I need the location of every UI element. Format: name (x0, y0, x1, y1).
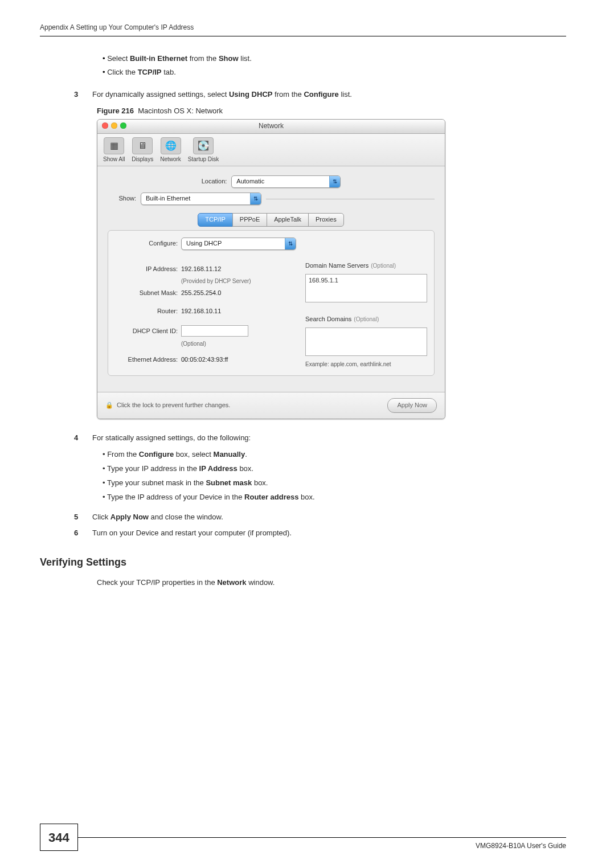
text-bold: Router address (244, 493, 298, 501)
show-select[interactable]: Built-in Ethernet ⇅ (141, 193, 261, 205)
tab-bar: TCP/IP PPPoE AppleTalk Proxies (108, 213, 435, 227)
figure-label: Figure 216 (97, 107, 134, 115)
toolbar-show-all[interactable]: ▦ Show All (103, 137, 125, 164)
figure-caption: Figure 216 Macintosh OS X: Network (97, 106, 566, 117)
text: Search Domains (305, 316, 351, 322)
close-button[interactable] (102, 122, 108, 129)
minimize-button[interactable] (111, 122, 117, 129)
dns-servers-field[interactable]: 168.95.1.1 (305, 274, 427, 302)
text: Click (92, 513, 110, 521)
intro-bullet-1: Select Built-in Ethernet from the Show l… (103, 54, 566, 64)
subnet-value: 255.255.254.0 (181, 289, 221, 298)
text: Type the IP address of your Device in th… (107, 493, 244, 501)
toolbar-startup-disk[interactable]: 💽 Startup Disk (188, 137, 219, 164)
step-3: 3 For dynamically assigned settings, sel… (74, 89, 566, 100)
tcpip-groupbox: Configure: Using DHCP ⇅ IP Address: 192.… (108, 230, 435, 376)
prefpane-body: Location: Automatic ⇅ Show: Built-in Eth… (97, 166, 445, 384)
macosx-network-panel-screenshot: Network ▦ Show All 🖥 Displays 🌐 Network … (97, 119, 445, 420)
dropdown-arrows-icon: ⇅ (250, 193, 261, 204)
configure-label: Configure: (115, 239, 178, 248)
dns-heading: Domain Name Servers(Optional) (305, 261, 427, 271)
network-icon: 🌐 (161, 137, 181, 154)
prefpane-footer: 🔒 Click the lock to prevent further chan… (97, 392, 445, 419)
step4-bullet-2: Type your IP address in the IP Address b… (103, 464, 566, 474)
ethernet-label: Ethernet Address: (115, 355, 178, 365)
text: Select (107, 54, 130, 63)
displays-icon: 🖥 (132, 137, 153, 154)
search-domains-heading: Search Domains(Optional) (305, 315, 427, 324)
prefpane-toolbar: ▦ Show All 🖥 Displays 🌐 Network 💽 Startu… (97, 134, 445, 167)
intro-bullet-2: Click the TCP/IP tab. (103, 67, 566, 78)
figure-caption-text: Macintosh OS X: Network (138, 107, 223, 115)
verifying-settings-heading: Verifying Settings (40, 555, 566, 570)
toolbar-label: Startup Disk (188, 155, 219, 164)
dhcp-client-label: DHCP Client ID: (115, 327, 178, 336)
text-bold: Configure (304, 90, 338, 99)
window-title: Network (259, 121, 284, 131)
step-6: 6 Turn on your Device and restart your c… (74, 528, 566, 539)
ip-note-row: (Provided by DHCP Server) (115, 277, 296, 286)
step-body: For dynamically assigned settings, selec… (92, 89, 566, 100)
configure-row: Configure: Using DHCP ⇅ (115, 238, 296, 250)
left-column: Configure: Using DHCP ⇅ IP Address: 192.… (115, 238, 296, 369)
dhcp-client-row: DHCP Client ID: (115, 325, 296, 337)
step-body: For statically assigned settings, do the… (92, 433, 566, 444)
zoom-button[interactable] (120, 122, 126, 129)
window-traffic-lights (102, 122, 126, 129)
ip-label: IP Address: (115, 265, 178, 274)
toolbar-displays[interactable]: 🖥 Displays (132, 137, 153, 164)
location-row: Location: Automatic ⇅ (108, 175, 435, 188)
show-row: Show: Built-in Ethernet ⇅ (108, 193, 435, 205)
text-bold: Subnet mask (206, 478, 252, 487)
search-domains-field[interactable] (305, 327, 427, 356)
dhcp-client-note-row: (Optional) (115, 340, 296, 349)
text-bold: IP Address (199, 464, 238, 473)
text: list. (339, 90, 352, 99)
text-bold: Built-in Ethernet (130, 54, 187, 63)
page-number: 344 (40, 824, 78, 851)
text: Type your IP address in the (107, 464, 199, 473)
lock-row[interactable]: 🔒 Click the lock to prevent further chan… (105, 401, 230, 410)
location-value: Automatic (236, 178, 264, 185)
show-value: Built-in Ethernet (146, 195, 190, 202)
tab-pppoe[interactable]: PPPoE (232, 213, 267, 227)
text: box, select (174, 450, 213, 458)
dhcp-client-input[interactable] (181, 325, 248, 337)
configure-select[interactable]: Using DHCP ⇅ (181, 238, 296, 250)
text: box. (252, 478, 268, 487)
dropdown-arrows-icon: ⇅ (285, 238, 296, 249)
toolbar-label: Network (160, 155, 181, 164)
router-value: 192.168.10.11 (181, 307, 221, 316)
text: list. (239, 54, 252, 63)
window-titlebar: Network (97, 120, 445, 134)
tab-proxies[interactable]: Proxies (308, 213, 344, 227)
step-4: 4 For statically assigned settings, do t… (74, 433, 566, 444)
subnet-row: Subnet Mask: 255.255.254.0 (115, 289, 296, 298)
step4-bullet-3: Type your subnet mask in the Subnet mask… (103, 478, 566, 489)
dhcp-client-note: (Optional) (181, 340, 206, 349)
ip-value: 192.168.11.12 (181, 265, 221, 274)
dropdown-arrows-icon: ⇅ (329, 176, 340, 187)
tab-tcpip[interactable]: TCP/IP (198, 213, 232, 227)
text: tab. (162, 68, 176, 76)
text-bold: Apply Now (110, 513, 149, 521)
step-number: 4 (74, 433, 92, 444)
show-label: Show: (108, 194, 136, 203)
location-select[interactable]: Automatic ⇅ (231, 175, 341, 188)
text: from the (272, 90, 304, 99)
ethernet-value: 00:05:02:43:93:ff (181, 355, 228, 365)
step4-bullet-4: Type the IP address of your Device in th… (103, 492, 566, 503)
text-bold: Configure (139, 450, 174, 458)
toolbar-network[interactable]: 🌐 Network (160, 137, 181, 164)
intro-bullet-list: Select Built-in Ethernet from the Show l… (103, 54, 566, 78)
step4-bullet-1: From the Configure box, select Manually. (103, 449, 566, 460)
text: Click the (107, 68, 137, 76)
tab-appletalk[interactable]: AppleTalk (267, 213, 309, 227)
running-header: Appendix A Setting up Your Computer's IP… (40, 23, 566, 36)
text: From the (107, 450, 139, 458)
optional-label: (Optional) (371, 263, 396, 269)
router-row: Router: 192.168.10.11 (115, 307, 296, 316)
text: from the (187, 54, 219, 63)
apply-now-button[interactable]: Apply Now (387, 398, 437, 413)
text: Check your TCP/IP properties in the (97, 578, 217, 587)
